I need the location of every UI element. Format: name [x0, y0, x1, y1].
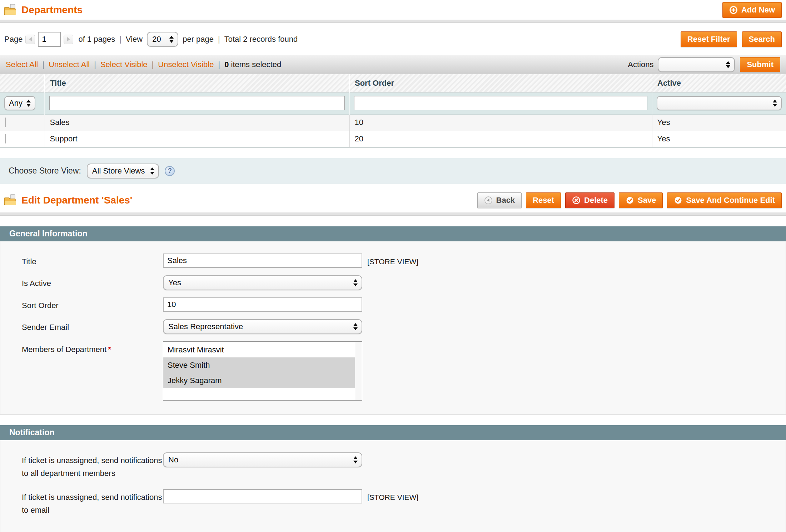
edit-page-title: Edit Department 'Sales': [21, 195, 133, 206]
notification-panel: If ticket is unassigned, send notificati…: [0, 440, 786, 532]
submit-button[interactable]: Submit: [740, 57, 780, 72]
unassigned-email-field-input[interactable]: [163, 489, 362, 503]
select-arrows-icon: [726, 61, 730, 68]
unselect-visible-link[interactable]: Unselect Visible: [158, 60, 214, 69]
separator: |: [218, 35, 220, 44]
add-new-label: Add New: [741, 5, 775, 15]
title-field-input[interactable]: [163, 254, 362, 268]
table-row[interactable]: Support 20 Yes: [0, 131, 786, 147]
grid-filter-row: Any: [0, 92, 786, 114]
store-switcher-band: Choose Store View: All Store Views ?: [0, 158, 786, 184]
save-and-continue-button[interactable]: Save And Continue Edit: [667, 192, 782, 208]
table-row[interactable]: Sales 10 Yes: [0, 114, 786, 131]
title-filter-input[interactable]: [49, 96, 345, 110]
selected-suffix: items selected: [231, 60, 282, 69]
list-item[interactable]: Jekky Sagaram: [163, 373, 355, 388]
separator: |: [43, 60, 45, 69]
submit-label: Submit: [747, 60, 773, 69]
cell-title: Sales: [45, 114, 349, 131]
sort-order-filter-input[interactable]: [354, 96, 647, 110]
members-label-text: Members of Department: [22, 345, 106, 354]
departments-grid: Title Sort Order Active Any Sales 10 Yes…: [0, 74, 786, 147]
members-multiselect[interactable]: Mirasvit Mirasvit Steve Smith Jekky Saga…: [163, 341, 362, 401]
sender-email-select[interactable]: Sales Representative: [163, 319, 362, 334]
checkbox-column-header: [0, 74, 45, 92]
sort-order-field-input[interactable]: [163, 297, 362, 312]
search-button[interactable]: Search: [742, 31, 782, 47]
reset-button[interactable]: Reset: [526, 192, 561, 208]
select-arrows-icon: [353, 456, 358, 463]
section-title: General Information: [9, 229, 88, 239]
list-item[interactable]: Steve Smith: [163, 357, 355, 373]
select-arrows-icon: [353, 279, 358, 286]
unselect-all-link[interactable]: Unselect All: [49, 60, 90, 69]
row-checkbox[interactable]: [5, 134, 6, 144]
field-sort-order: Sort Order: [22, 297, 777, 312]
page-number-input[interactable]: [38, 32, 61, 47]
sort-order-field-label: Sort Order: [22, 297, 163, 312]
grid-bottom-border: [0, 147, 786, 148]
members-field-label: Members of Department*: [22, 341, 163, 356]
search-label: Search: [749, 35, 775, 44]
list-item[interactable]: Mirasvit Mirasvit: [163, 342, 355, 357]
cell-active: Yes: [652, 131, 786, 147]
help-icon[interactable]: ?: [165, 166, 175, 176]
title-field-label: Title: [22, 254, 163, 268]
massaction-bar: Select All | Unselect All | Select Visib…: [0, 55, 786, 74]
cell-title: Support: [45, 131, 349, 147]
back-label: Back: [496, 196, 515, 205]
select-arrows-icon: [169, 36, 174, 43]
edit-header-divider: [0, 212, 786, 216]
is-active-select[interactable]: Yes: [163, 275, 362, 290]
add-new-button[interactable]: Add New: [722, 2, 782, 18]
store-view-select[interactable]: All Store Views: [87, 164, 159, 179]
is-active-field-label: Is Active: [22, 275, 163, 290]
check-circle-icon: [674, 196, 682, 205]
page-header: Departments Add New: [0, 0, 786, 20]
active-filter-select[interactable]: [657, 96, 782, 110]
per-page-value: 20: [152, 35, 161, 44]
separator: |: [152, 60, 154, 69]
select-arrows-icon: [150, 167, 154, 175]
save-label: Save: [638, 196, 656, 205]
is-active-value: Yes: [168, 278, 181, 287]
header-divider: [0, 20, 786, 23]
any-filter-select[interactable]: Any: [4, 96, 35, 110]
page-title: Departments: [21, 4, 83, 16]
actions-select[interactable]: [658, 57, 735, 72]
unassigned-members-value: No: [168, 455, 178, 465]
store-view-value: All Store Views: [92, 166, 145, 176]
folder-icon: [4, 4, 17, 16]
separator: |: [119, 35, 121, 44]
cell-sort-order: 10: [349, 114, 652, 131]
section-title: Notification: [9, 428, 55, 437]
next-page-button[interactable]: [64, 35, 73, 44]
prev-arrow-icon: [29, 37, 32, 41]
per-page-select[interactable]: 20: [147, 32, 178, 47]
column-header-active[interactable]: Active: [652, 74, 786, 92]
unassigned-members-select[interactable]: No: [163, 452, 362, 467]
items-selected-status: 0 items selected: [224, 60, 281, 69]
folder-icon: [4, 194, 17, 206]
scrollbar-track[interactable]: [355, 342, 362, 400]
check-circle-icon: [626, 196, 634, 205]
field-members: Members of Department* Mirasvit Mirasvit…: [22, 341, 777, 401]
field-title: Title [STORE VIEW]: [22, 254, 777, 268]
sender-email-field-label: Sender Email: [22, 319, 163, 334]
row-checkbox[interactable]: [5, 117, 6, 127]
select-visible-link[interactable]: Select Visible: [100, 60, 148, 69]
save-button[interactable]: Save: [619, 192, 663, 208]
reset-filter-button[interactable]: Reset Filter: [681, 31, 737, 47]
grid-header-row: Title Sort Order Active: [0, 74, 786, 92]
field-is-active: Is Active Yes: [22, 275, 777, 290]
back-arrow-icon: [484, 196, 493, 205]
delete-button[interactable]: Delete: [565, 192, 615, 208]
view-label: View: [126, 35, 143, 44]
select-all-link[interactable]: Select All: [6, 60, 38, 69]
field-sender-email: Sender Email Sales Representative: [22, 319, 777, 334]
back-button[interactable]: Back: [477, 192, 522, 208]
of-pages-label: of 1 pages: [78, 35, 115, 44]
column-header-sort-order[interactable]: Sort Order: [349, 74, 652, 92]
prev-page-button[interactable]: [25, 35, 35, 44]
column-header-title[interactable]: Title: [45, 74, 349, 92]
